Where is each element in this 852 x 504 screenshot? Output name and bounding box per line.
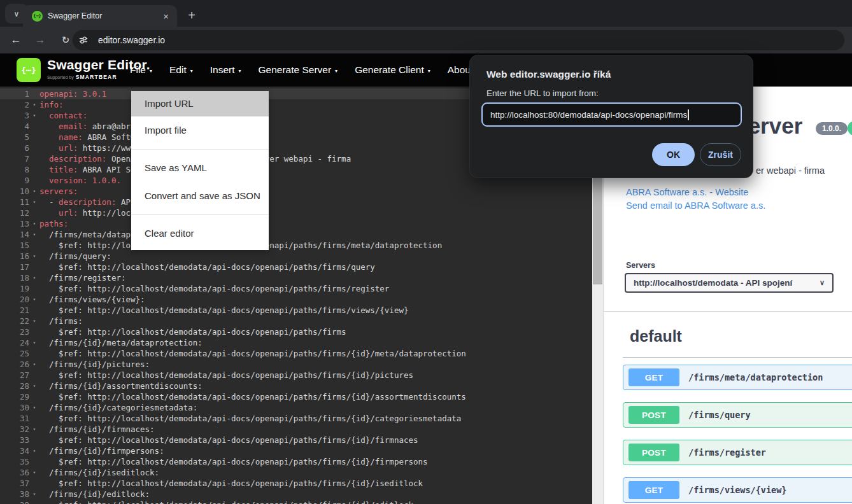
editor-line[interactable]: 21 $ref: http://localhost/demodata/api-d… (0, 305, 592, 316)
menu-insert[interactable]: Insert▾ (210, 64, 241, 76)
dialog-label: Enter the URL to import from: (486, 88, 599, 98)
editor-line[interactable]: 36▾ /firms/{id}/iseditlock: (0, 467, 592, 478)
line-number: 13 (0, 218, 29, 229)
line-number: 30 (0, 402, 29, 413)
fold-arrow-icon[interactable]: ▾ (29, 424, 39, 435)
editor-line[interactable]: 32▾ /firms/{id}/firmnaces: (0, 424, 592, 435)
server-select[interactable]: http://localhost/demodata - API spojení … (625, 273, 834, 293)
editor-line[interactable]: 31 $ref: http://localhost/demodata/api-d… (0, 413, 592, 424)
ok-button[interactable]: OK (652, 143, 695, 166)
line-number: 22 (0, 316, 29, 326)
editor-line[interactable]: 27 $ref: http://localhost/demodata/api-d… (0, 370, 592, 381)
editor-line[interactable]: 25 $ref: http://localhost/demodata/api-d… (0, 348, 592, 359)
fold-arrow-icon[interactable]: ▾ (29, 402, 39, 413)
code-text: /firms/{id}/assortmentdiscounts: (39, 381, 202, 391)
server-select-value: http://localhost/demodata - API spojení (634, 278, 820, 288)
caret-down-icon: ▾ (190, 68, 193, 74)
fold-arrow-icon[interactable]: ▾ (29, 445, 39, 456)
browser-tab[interactable]: {⋯} Swagger Editor × (23, 5, 177, 27)
editor-line[interactable]: 12 url: http://localhost/demodata (0, 207, 592, 218)
line-number: 4 (0, 121, 29, 132)
menu-generate-client[interactable]: Generate Client▾ (355, 64, 430, 76)
editor-line[interactable]: 24▾ /firms/{id}/meta/dataprotection: (0, 337, 592, 348)
fold-arrow-icon[interactable]: ▾ (29, 251, 39, 262)
menu-file[interactable]: File▾ (130, 64, 152, 76)
endpoint-row-post-/firms/query[interactable]: POST/firms/query (623, 402, 852, 428)
endpoint-row-post-/firms/register[interactable]: POST/firms/register (623, 440, 852, 465)
close-tab-icon[interactable]: × (160, 11, 172, 22)
fold-arrow-icon[interactable]: ▾ (29, 359, 39, 370)
code-text: /firms/{id}/iseditlock: (39, 467, 159, 478)
swagger-logo-icon: {⋯} (17, 58, 41, 82)
line-number: 10 (0, 186, 29, 197)
editor-line[interactable]: 37 $ref: http://localhost/demodata/api-d… (0, 478, 592, 489)
fold-arrow-icon[interactable]: ▾ (29, 489, 39, 500)
fold-arrow-icon[interactable]: ▾ (29, 229, 39, 240)
file-menu-item-import-file[interactable]: Import file (131, 116, 269, 144)
file-menu-item-convert-and-save-as-json[interactable]: Convert and save as JSON (131, 182, 269, 210)
fold-spacer (29, 164, 39, 175)
endpoint-row-get-/firms/meta/dataprotection[interactable]: GET/firms/meta/dataprotection (623, 365, 852, 390)
fold-spacer (29, 121, 39, 132)
editor-line[interactable]: 10▾servers: (0, 186, 592, 197)
file-menu-item-save-as-yaml[interactable]: Save as YAML (131, 154, 269, 182)
editor-line[interactable]: 34▾ /firms/{id}/firmpersons: (0, 445, 592, 456)
endpoint-path: /firms/query (688, 410, 751, 420)
line-number: 12 (0, 207, 29, 218)
editor-line[interactable]: 26▾ /firms/{id}/pictures: (0, 359, 592, 370)
fold-arrow-icon[interactable]: ▾ (29, 186, 39, 197)
line-number: 6 (0, 143, 29, 153)
fold-arrow-icon[interactable]: ▾ (29, 218, 39, 229)
new-tab-button[interactable]: + (182, 6, 201, 25)
fold-arrow-icon[interactable]: ▾ (29, 337, 39, 348)
cancel-button[interactable]: Zrušit (700, 143, 741, 166)
line-number: 2 (0, 99, 29, 110)
editor-line[interactable]: 13▾paths: (0, 218, 592, 229)
menu-edit[interactable]: Edit▾ (169, 64, 193, 76)
url-input[interactable]: http://localhost:80/demodata/api-docs/op… (481, 102, 742, 127)
line-number: 26 (0, 359, 29, 370)
editor-line[interactable]: 30▾ /firms/{id}/categoriesmetadata: (0, 402, 592, 413)
forward-icon[interactable]: → (29, 27, 51, 53)
fold-arrow-icon[interactable]: ▾ (29, 467, 39, 478)
editor-line[interactable]: 15 $ref: http://localhost/demodata/api-d… (0, 240, 592, 251)
fold-arrow-icon[interactable]: ▾ (29, 272, 39, 283)
file-menu-item-import-url[interactable]: Import URL (131, 91, 269, 116)
editor-line[interactable]: 14▾ /firms/meta/dataprotection: (0, 229, 592, 240)
editor-line[interactable]: 23 $ref: http://localhost/demodata/api-d… (0, 326, 592, 337)
fold-arrow-icon[interactable]: ▾ (29, 99, 39, 110)
site-info-icon[interactable] (75, 32, 92, 48)
editor-line[interactable]: 18▾ /firms/register: (0, 272, 592, 283)
line-number: 5 (0, 132, 29, 143)
editor-line[interactable]: 38▾ /firms/{id}/editlock: (0, 489, 592, 500)
editor-line[interactable]: 19 $ref: http://localhost/demodata/api-d… (0, 283, 592, 294)
editor-line[interactable]: 22▾ /firms: (0, 316, 592, 326)
fold-arrow-icon[interactable]: ▾ (29, 316, 39, 326)
file-menu-item-clear-editor[interactable]: Clear editor (131, 220, 269, 248)
url-input-value: http://localhost:80/demodata/api-docs/op… (490, 110, 687, 120)
line-number: 14 (0, 229, 29, 240)
fold-arrow-icon[interactable]: ▾ (29, 197, 39, 207)
back-icon[interactable]: ← (5, 27, 27, 53)
editor-line[interactable]: 11▾ - description: API spojení (0, 197, 592, 207)
menu-generate-server[interactable]: Generate Server▾ (259, 64, 338, 76)
fold-arrow-icon[interactable]: ▾ (29, 110, 39, 121)
fold-arrow-icon[interactable]: ▾ (29, 294, 39, 305)
address-bar[interactable]: editor.swagger.io (73, 30, 844, 50)
editor-line[interactable]: 35 $ref: http://localhost/demodata/api-d… (0, 456, 592, 467)
fold-arrow-icon[interactable]: ▾ (29, 381, 39, 391)
endpoint-row-get-/firms/views/{view}[interactable]: GET/firms/views/{view} (623, 477, 852, 503)
fold-spacer (29, 262, 39, 272)
line-number: 36 (0, 467, 29, 478)
editor-line[interactable]: 28▾ /firms/{id}/assortmentdiscounts: (0, 381, 592, 391)
editor-line[interactable]: 17 $ref: http://localhost/demodata/api-d… (0, 262, 592, 272)
editor-line[interactable]: 29 $ref: http://localhost/demodata/api-d… (0, 391, 592, 402)
editor-line[interactable]: 16▾ /firms/query: (0, 251, 592, 262)
website-link[interactable]: ABRA Software a.s. - Website (626, 187, 748, 197)
line-number: 37 (0, 478, 29, 489)
editor-line[interactable]: 39 $ref: http://localhost/demodata/api-d… (0, 500, 592, 504)
editor-line[interactable]: 20▾ /firms/views/{view}: (0, 294, 592, 305)
line-number: 39 (0, 500, 29, 504)
email-link[interactable]: Send email to ABRA Software a.s. (626, 200, 765, 211)
editor-line[interactable]: 33 $ref: http://localhost/demodata/api-d… (0, 435, 592, 445)
